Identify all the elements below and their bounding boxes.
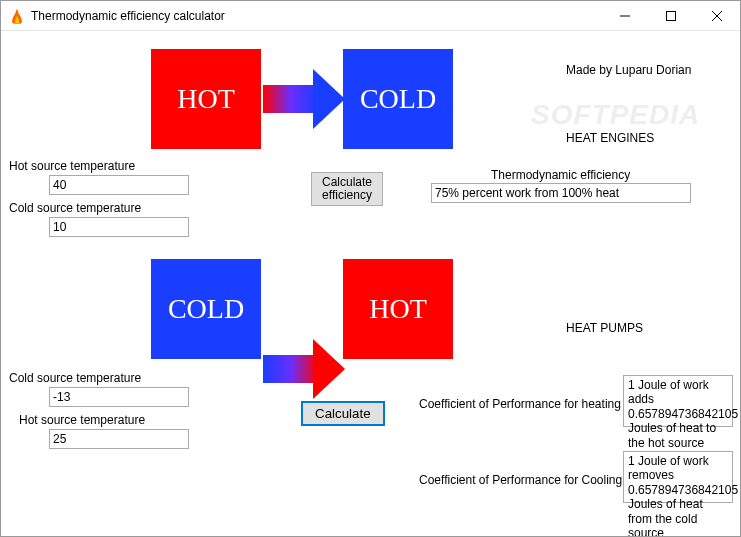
arrow-hot-to-cold-icon [263,69,343,129]
cold-source-input-pump[interactable] [49,387,189,407]
heat-pumps-title: HEAT PUMPS [566,321,643,335]
cold-box-engine: COLD [343,49,453,149]
maximize-button[interactable] [648,1,694,31]
hot-box-label: HOT [177,83,235,115]
minimize-button[interactable] [602,1,648,31]
cold-box-pump: COLD [151,259,261,359]
efficiency-output[interactable] [431,183,691,203]
calculate-button[interactable]: Calculate [301,401,385,426]
titlebar: Thermodynamic efficiency calculator [1,1,740,31]
arrow-cold-to-hot-icon [263,339,343,399]
heat-engines-title: HEAT ENGINES [566,131,654,145]
cop-heating-output[interactable]: 1 Joule of work adds 0.657894736842105 J… [623,375,733,427]
cop-cooling-label: Coefficient of Performance for Cooling [419,473,622,487]
cop-heating-label: Coefficient of Performance for heating [419,397,621,411]
hot-box-engine: HOT [151,49,261,149]
close-button[interactable] [694,1,740,31]
cop-cooling-output[interactable]: 1 Joule of work removes 0.65789473684210… [623,451,733,503]
hot-source-input-pump[interactable] [49,429,189,449]
cold-source-input-engine[interactable] [49,217,189,237]
hot-source-label-engine: Hot source temperature [9,159,135,173]
hot-box-pump: HOT [343,259,453,359]
svg-rect-1 [667,12,676,21]
cold-source-label-engine: Cold source temperature [9,201,141,215]
hot-source-label-pump: Hot source temperature [19,413,145,427]
credit-text: Made by Luparu Dorian [566,63,691,77]
hot-box-label-pump: HOT [369,293,427,325]
cold-source-label-pump: Cold source temperature [9,371,141,385]
window-controls [602,1,740,31]
window-title: Thermodynamic efficiency calculator [31,9,225,23]
app-icon [9,8,25,24]
cold-box-label-pump: COLD [168,293,244,325]
efficiency-output-label: Thermodynamic efficiency [491,168,630,182]
watermark-text: SOFTPEDIA [531,99,700,131]
cold-box-label: COLD [360,83,436,115]
hot-source-input-engine[interactable] [49,175,189,195]
calculate-efficiency-button[interactable]: Calculate efficiency [311,172,383,206]
